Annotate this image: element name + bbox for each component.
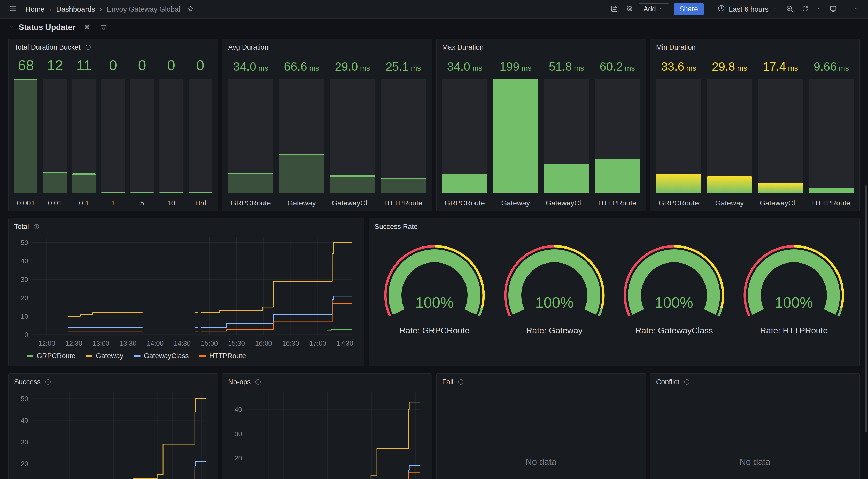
- panel-header[interactable]: Success Rate: [369, 218, 860, 233]
- stat-value-number: 17.4: [763, 60, 786, 73]
- x-axis-label: 16:30: [282, 339, 299, 347]
- share-button[interactable]: Share: [674, 3, 704, 15]
- panel-header[interactable]: Min Duration: [650, 39, 860, 54]
- panel-success-rate: Success Rate 100%Rate: GRPCRoute100%Rate…: [369, 218, 860, 367]
- stat-value: 17.4ms: [758, 61, 803, 72]
- stat-value-number: 0: [109, 57, 117, 73]
- panel-header[interactable]: Max Duration: [437, 39, 646, 54]
- bar-gauge-label: HTTPRoute: [809, 199, 854, 207]
- time-series-body: 1020304012:0012:3013:0013:3014:0014:3015…: [222, 389, 431, 479]
- panel-max-duration: Max Duration 34.0ms199ms51.8ms60.2msGRPC…: [436, 39, 646, 211]
- y-axis-label: 30: [21, 438, 28, 446]
- bar-gauge-label: +Inf: [189, 199, 212, 207]
- no-data-message: No data: [656, 389, 854, 479]
- info-icon[interactable]: [45, 379, 52, 385]
- collapse-toolbar-button[interactable]: [850, 3, 862, 16]
- menu-toggle-button[interactable]: [6, 3, 20, 16]
- panel-title: Conflict: [656, 378, 679, 386]
- refresh-button[interactable]: [799, 3, 812, 16]
- stat-value-unit: ms: [574, 64, 584, 72]
- time-series-chart: 0102030405012:0012:3013:0013:3014:0014:3…: [14, 233, 358, 349]
- panel-header[interactable]: Avg Duration: [222, 39, 431, 54]
- time-series-body: 0102030405012:0012:3013:0013:3014:0014:3…: [8, 389, 218, 479]
- stat-value-number: 25.1: [386, 60, 409, 73]
- legend-item[interactable]: Gateway: [86, 352, 123, 360]
- stat-value-unit: ms: [258, 64, 269, 72]
- bar-gauge-fill: [442, 174, 488, 193]
- stat-value: 12: [43, 58, 66, 72]
- stat-value: 34.0ms: [442, 61, 488, 72]
- panel-header[interactable]: No-ops: [222, 374, 431, 389]
- legend-item[interactable]: GRPCRoute: [27, 352, 75, 360]
- panel-header[interactable]: Total: [8, 218, 364, 233]
- chevron-down-icon: [853, 5, 860, 13]
- panel-header[interactable]: Total Duration Bucket: [8, 39, 218, 54]
- series-line-GatewayClass: [266, 465, 420, 479]
- add-button[interactable]: Add: [639, 3, 669, 15]
- zoom-out-time-button[interactable]: [783, 3, 797, 16]
- series-line-HTTPRoute: [266, 473, 420, 479]
- info-icon[interactable]: [85, 44, 91, 50]
- series-line-HTTPRoute: [52, 470, 206, 479]
- series-line-GatewayClass: [68, 296, 352, 328]
- bar-gauge-label: 0.01: [43, 199, 66, 207]
- dashboard-settings-button[interactable]: [623, 3, 637, 16]
- row-delete-button[interactable]: [98, 22, 108, 33]
- y-axis-label: 20: [235, 454, 242, 462]
- stat-value-unit: ms: [472, 64, 482, 72]
- bar-gauge-fill: [130, 192, 154, 193]
- tv-kiosk-mode-button[interactable]: [827, 3, 840, 16]
- panel-header[interactable]: Success: [8, 374, 218, 389]
- stat-value-number: 33.6: [661, 60, 684, 73]
- panel-header[interactable]: Fail: [437, 374, 646, 389]
- breadcrumb: Home › Dashboards › Envoy Gateway Global: [25, 4, 196, 15]
- row-collapse-toggle[interactable]: Status Updater: [9, 23, 75, 32]
- bottom-panels-row: Success 0102030405012:0012:3013:0013:301…: [8, 373, 860, 479]
- legend-item[interactable]: GatewayClass: [134, 352, 189, 360]
- bar-gauge-label: GatewayCl...: [330, 199, 375, 207]
- bar-gauge-label: Gateway: [493, 199, 538, 207]
- legend-swatch: [199, 355, 206, 357]
- gauge-label: Rate: GRPCRoute: [399, 326, 469, 336]
- gauge-arc: 100%: [379, 241, 490, 318]
- gauge-value: 100%: [775, 294, 813, 311]
- bar-gauge-fill: [279, 154, 324, 193]
- bar-gauge-label: 0.001: [14, 199, 37, 207]
- stat-value-unit: ms: [360, 64, 370, 72]
- time-range-label: Last 6 hours: [729, 5, 769, 13]
- breadcrumb-dashboards[interactable]: Dashboards: [56, 5, 95, 13]
- panel-header[interactable]: Conflict: [650, 374, 860, 389]
- stat-value: 0: [130, 58, 154, 72]
- save-dashboard-button[interactable]: [608, 3, 621, 16]
- legend-item[interactable]: HTTPRoute: [199, 352, 246, 360]
- info-icon[interactable]: [33, 223, 40, 230]
- favorite-star-button[interactable]: [185, 4, 196, 15]
- info-icon[interactable]: [458, 379, 464, 385]
- breadcrumb-separator: ›: [49, 5, 52, 13]
- bar-gauge-bar: [130, 79, 154, 193]
- x-axis-label: 15:30: [228, 339, 245, 347]
- page-scrollbar-thumb[interactable]: [865, 185, 867, 432]
- chart-plot-area: 0102030405012:0012:3013:0013:3014:0014:3…: [14, 389, 212, 479]
- y-axis-label: 30: [21, 276, 28, 283]
- stat-value: 11: [72, 58, 96, 72]
- row-settings-button[interactable]: [82, 22, 92, 33]
- clock-icon: [717, 4, 725, 14]
- breadcrumb-home[interactable]: Home: [25, 5, 45, 13]
- refresh-interval-dropdown[interactable]: [814, 3, 824, 16]
- stat-value: 0: [101, 58, 125, 72]
- legend-swatch: [86, 355, 92, 357]
- x-axis-label: 17:30: [336, 339, 353, 347]
- stat-value-unit: ms: [411, 64, 421, 72]
- bar-gauge-bar: [101, 79, 125, 193]
- chart-legend: GRPCRouteGatewayGatewayClassHTTPRoute: [14, 349, 358, 363]
- series-line-GatewayClass: [52, 461, 206, 479]
- info-icon[interactable]: [255, 379, 261, 385]
- gauge: 100%Rate: Gateway: [499, 241, 610, 363]
- stat-value-unit: ms: [788, 64, 798, 72]
- y-axis-label: 20: [21, 294, 28, 302]
- info-icon[interactable]: [684, 379, 690, 385]
- stat-value: 66.6ms: [279, 61, 324, 72]
- time-range-picker[interactable]: Last 6 hours: [714, 3, 781, 15]
- bar-gauge-fill: [43, 172, 66, 193]
